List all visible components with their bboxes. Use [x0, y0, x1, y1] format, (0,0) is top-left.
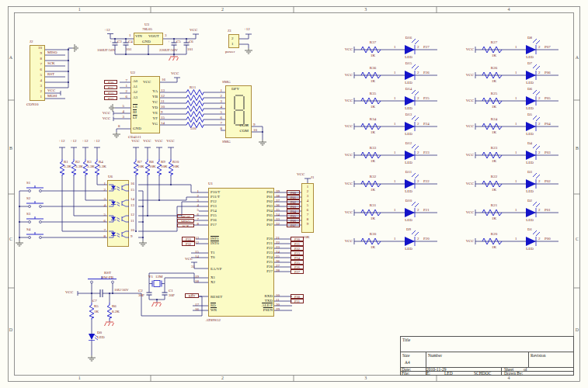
rail-vcc: VCC: [339, 47, 353, 51]
led-pin2: 2: [417, 96, 419, 100]
d0-ref: D0: [97, 331, 102, 334]
switch-label-row: S3: [26, 212, 42, 227]
rail-vcc: VCC: [339, 239, 353, 243]
pin-number: 3: [301, 194, 314, 198]
led-ref: D9: [398, 227, 419, 231]
pin-number: 29: [276, 307, 280, 311]
resistor-ref: R32: [361, 175, 384, 178]
pin-number: 2: [99, 188, 106, 192]
port-label: P24: [291, 255, 304, 260]
led-icon: [526, 122, 536, 131]
c4-val: 101: [126, 47, 132, 51]
pin-name: YA: [132, 89, 158, 93]
pin-number-row: 4: [99, 203, 106, 210]
switch-ref: S1: [26, 181, 30, 185]
resistor-ref: R25: [482, 92, 506, 95]
led-icon: [526, 151, 536, 160]
pin-number: 7: [34, 62, 42, 66]
pin-number-row: 16: [130, 182, 138, 188]
pin-number-row: 1: [99, 182, 106, 188]
port-label: P26: [291, 265, 304, 269]
led-row-graphic: [461, 88, 561, 113]
revision-label: Revision: [531, 353, 546, 358]
led-row-graphic: [339, 142, 440, 168]
led-part: LED: [398, 132, 419, 136]
pin-number: 2: [34, 89, 42, 93]
switch-label-row: S1: [26, 181, 42, 196]
plus12-rails: +12+12+12+12: [56, 139, 103, 143]
j3-pin1: 1: [231, 42, 234, 46]
pin-number: 2: [120, 89, 127, 93]
pin-number: 8: [216, 126, 222, 130]
pin-number: 10: [253, 128, 257, 132]
pin-number: 11: [130, 219, 134, 223]
rail-vcc: VCC: [461, 73, 474, 77]
pin-name: P15: [210, 213, 217, 217]
resistor-label: R7 10K: [137, 160, 149, 169]
pin-number: 6: [34, 68, 42, 71]
pin-name: A1: [133, 85, 137, 88]
led-row-graphic: [461, 199, 561, 225]
of-label: of: [524, 367, 527, 372]
led-ref: D4: [520, 141, 540, 145]
resistor-val: 1K: [482, 245, 506, 249]
led-pin2: 2: [417, 71, 419, 74]
pin-number: 4: [99, 203, 106, 207]
pin-name: P23: [233, 251, 273, 255]
pin-name: RD: [210, 303, 216, 307]
led-row: VCC R21 1K 1 D2 LED 2 P01: [461, 199, 561, 225]
pin-name: P16: [210, 218, 217, 222]
led-icon: [405, 71, 415, 80]
pin-name: COM: [231, 123, 249, 127]
led-pin2: 2: [417, 237, 419, 241]
rail-vcc: VCC: [297, 172, 304, 176]
led-part: LED: [520, 247, 540, 251]
u1-p2-pins: P20 21 P20 P21 22 P21 P22 23 P22 P23 24 …: [233, 237, 326, 274]
pin-number: 38: [276, 194, 280, 198]
j1-pin-row: 9: [301, 223, 314, 227]
resistor-label: R4 3.3K: [99, 160, 110, 169]
r5-ref: R5: [94, 304, 99, 308]
net-label: P22: [423, 179, 430, 183]
file-ext: SCHDOC: [474, 371, 491, 376]
pin-number-row: 6: [99, 219, 106, 225]
pin-number: 28: [276, 268, 280, 272]
pin-number: 4: [301, 199, 314, 203]
net-label: P23: [423, 151, 430, 154]
led-row-graphic: [461, 36, 561, 62]
pin-number: 6: [99, 219, 106, 223]
pin-number: 24: [276, 250, 280, 254]
rail-plus12: +12: [91, 139, 103, 143]
led-part: LED: [398, 161, 419, 165]
led-pin1: 1: [394, 96, 396, 100]
j2-pin-row: 5 RST: [34, 74, 127, 80]
resistor-val: 1K: [482, 54, 506, 57]
pin-number: 14: [161, 121, 165, 125]
u1-pin-row: PSEN 29: [233, 308, 326, 313]
port-label: P32: [104, 91, 117, 95]
led-row: VCC R37 1K 1 D16 LED 2 P27: [339, 36, 440, 62]
port-label: MOSI: [177, 214, 194, 219]
pin-number: 12: [191, 241, 199, 244]
pin-number: 8: [99, 234, 106, 238]
pin-name: YE: [132, 111, 158, 115]
resistor-val: 1K: [482, 188, 506, 192]
c6-val: 101: [187, 47, 193, 51]
c2-val: 30P: [138, 293, 144, 297]
resistor-val: 3.3K: [64, 165, 75, 169]
pin-number: 11: [161, 99, 165, 103]
port-label: P00: [287, 190, 300, 195]
rail-vcc: VCC: [461, 47, 474, 51]
pin-number: 7: [120, 78, 127, 82]
rst-sw-part: SW-PB: [102, 275, 113, 279]
r7-r10-labels: R7 10K R8 10K R9 10K R10 10K: [137, 160, 184, 169]
pin-number: 5: [34, 73, 42, 77]
pin-number: 5: [191, 208, 199, 212]
port-label: SCK: [177, 223, 194, 228]
resistor-ref: R22: [482, 175, 506, 178]
led-row-graphic: [339, 36, 440, 62]
rail-vcc: VCC: [461, 99, 474, 102]
resistor-val: 1K: [482, 159, 506, 163]
resistor-val: 1K: [482, 105, 506, 109]
pin-name: TXD: [233, 299, 273, 303]
